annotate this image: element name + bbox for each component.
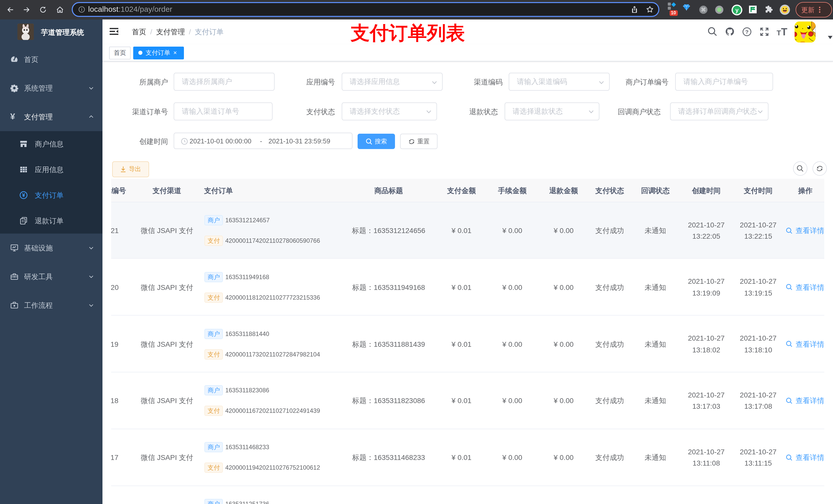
svg-text:y: y (735, 7, 739, 13)
svg-text:?: ? (745, 29, 748, 34)
svg-text:¥: ¥ (22, 192, 25, 198)
svg-text:⌘: ⌘ (700, 7, 706, 13)
